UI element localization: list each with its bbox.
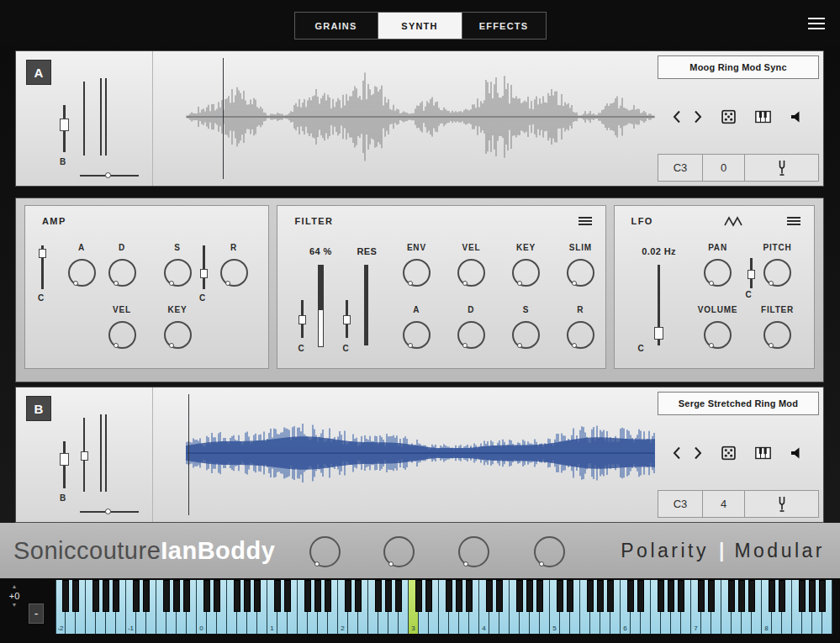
piano-key-black[interactable] — [92, 580, 99, 612]
piano-key-black[interactable] — [345, 580, 351, 612]
lfo-filter-knob[interactable] — [763, 321, 791, 349]
filter-key-knob[interactable] — [512, 259, 540, 287]
amp-key-knob[interactable] — [164, 321, 192, 349]
piano-key-black[interactable] — [486, 580, 493, 612]
piano-key-black[interactable] — [385, 580, 392, 612]
lfo-rate-slider[interactable] — [658, 265, 660, 345]
keyboard-map-icon[interactable] — [755, 110, 771, 123]
amp-attack-knob[interactable] — [68, 259, 96, 287]
layer-a-tuning-fork-icon[interactable] — [745, 154, 819, 182]
piano-key-black[interactable] — [748, 580, 755, 612]
layer-b-volume-slider[interactable] — [63, 441, 66, 488]
piano-key-black[interactable] — [173, 580, 180, 612]
layer-a-tune[interactable]: 0 — [703, 154, 745, 182]
speaker-icon[interactable] — [790, 446, 804, 459]
layer-b-level-slider[interactable] — [83, 418, 85, 492]
transpose-down-icon[interactable]: ▼ — [3, 602, 25, 609]
macro-knob-3[interactable] — [458, 536, 489, 567]
piano-key-black[interactable] — [415, 580, 422, 612]
amp-release-knob[interactable] — [220, 259, 248, 287]
piano-key-black[interactable] — [304, 580, 311, 612]
piano-key-black[interactable] — [244, 580, 251, 612]
main-menu-icon[interactable] — [808, 18, 825, 29]
amp-slider-1[interactable] — [41, 245, 44, 289]
piano-key-black[interactable] — [466, 580, 473, 612]
piano-key-black[interactable] — [728, 580, 735, 612]
layer-b-tune[interactable]: 4 — [703, 490, 745, 518]
piano-key-black[interactable] — [607, 580, 614, 612]
filter-release-knob[interactable] — [567, 321, 594, 349]
piano-key-black[interactable] — [325, 580, 331, 612]
piano-key-black[interactable] — [587, 580, 594, 612]
piano-key-black[interactable] — [769, 580, 775, 612]
layer-b-waveform[interactable] — [153, 387, 658, 522]
piano-key-black[interactable] — [62, 580, 69, 612]
filter-menu-icon[interactable] — [578, 217, 592, 225]
macro-knob-1[interactable] — [309, 536, 341, 567]
filter-cutoff-slider[interactable] — [318, 265, 324, 347]
piano-key-black[interactable] — [214, 580, 220, 612]
piano-key-black[interactable] — [395, 580, 402, 612]
piano-key-black[interactable] — [809, 580, 816, 612]
filter-mod-slider-2[interactable] — [346, 300, 348, 338]
layer-b-pan-slider[interactable] — [80, 511, 139, 513]
random-dice-icon[interactable] — [721, 445, 736, 460]
piano-key-black[interactable] — [113, 580, 119, 612]
piano-key-black[interactable] — [355, 580, 362, 612]
layer-b-root-note[interactable]: C3 — [658, 490, 703, 518]
amp-vel-knob[interactable] — [108, 321, 136, 349]
speaker-icon[interactable] — [790, 110, 804, 123]
filter-slim-knob[interactable] — [567, 259, 594, 287]
piano-key-black[interactable] — [557, 580, 563, 612]
piano-key-black[interactable] — [274, 580, 281, 612]
tab-grains[interactable]: GRAINS — [294, 12, 378, 40]
piano-key-black[interactable] — [163, 580, 170, 612]
layer-a-volume-slider[interactable] — [63, 105, 66, 152]
filter-vel-knob[interactable] — [457, 259, 485, 287]
lfo-pitch-knob[interactable] — [763, 259, 791, 287]
layer-a-waveform[interactable] — [153, 51, 658, 186]
piano-key-black[interactable] — [637, 580, 644, 612]
piano-key-black[interactable] — [496, 580, 503, 612]
layer-a-level-slider[interactable] — [83, 82, 85, 155]
keyboard-map-icon[interactable] — [755, 446, 771, 459]
filter-decay-knob[interactable] — [457, 321, 485, 349]
piano-key-black[interactable] — [446, 580, 452, 612]
tab-effects[interactable]: EFFECTS — [462, 12, 547, 40]
piano-key-black[interactable] — [516, 580, 523, 612]
piano-key-black[interactable] — [425, 580, 432, 612]
piano-key-black[interactable] — [456, 580, 462, 612]
lfo-waveshape-icon[interactable] — [724, 215, 742, 230]
piano-key-black[interactable] — [678, 580, 684, 612]
piano-keyboard[interactable]: -2-1012345678 — [55, 580, 832, 634]
piano-key-black[interactable] — [526, 580, 533, 612]
piano-key-black[interactable] — [597, 580, 604, 612]
next-sample-icon[interactable] — [695, 446, 702, 459]
next-sample-icon[interactable] — [695, 110, 702, 123]
piano-key-black[interactable] — [314, 580, 321, 612]
piano-key-black[interactable] — [799, 580, 806, 612]
filter-sustain-knob[interactable] — [512, 321, 540, 349]
piano-key-black[interactable] — [668, 580, 674, 612]
piano-key-black[interactable] — [536, 580, 543, 612]
piano-key-black[interactable] — [143, 580, 150, 612]
filter-mod-slider-1[interactable] — [301, 300, 304, 338]
piano-key-black[interactable] — [698, 580, 705, 612]
piano-key-black[interactable] — [779, 580, 785, 612]
piano-key-black[interactable] — [375, 580, 382, 612]
piano-key-black[interactable] — [738, 580, 745, 612]
prev-sample-icon[interactable] — [673, 110, 680, 123]
lfo-pan-knob[interactable] — [704, 259, 732, 287]
random-dice-icon[interactable] — [721, 109, 736, 124]
filter-res-slider[interactable] — [364, 265, 368, 345]
filter-attack-knob[interactable] — [403, 321, 431, 349]
layer-a-preset-selector[interactable]: Moog Ring Mod Sync — [658, 55, 819, 79]
piano-key-black[interactable] — [254, 580, 261, 612]
layer-a-root-note[interactable]: C3 — [658, 154, 703, 182]
lfo-mod-slider[interactable] — [750, 258, 753, 288]
piano-key-black[interactable] — [203, 580, 210, 612]
lfo-volume-knob[interactable] — [704, 321, 732, 349]
lfo-menu-icon[interactable] — [787, 217, 800, 225]
keyboard-minus-button[interactable]: - — [29, 603, 44, 624]
layer-b-tuning-fork-icon[interactable] — [745, 490, 819, 518]
